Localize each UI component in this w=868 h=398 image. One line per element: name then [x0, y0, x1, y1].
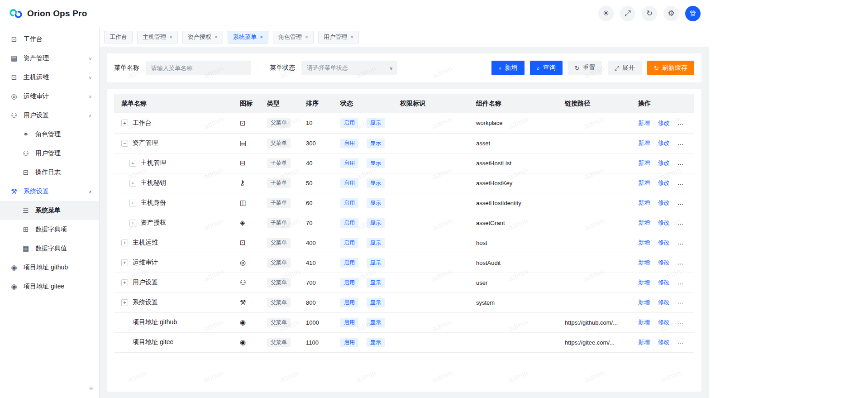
sidebar-item-icon: ◉ — [10, 264, 18, 272]
sidebar-item[interactable]: ▤ 资产管理 ∨ — [0, 49, 99, 68]
search-button[interactable]: ⌕ 查询 — [530, 61, 563, 75]
row-add-link[interactable]: 新增 — [638, 159, 650, 166]
header-icon[interactable]: ⚙ — [663, 6, 679, 21]
row-delete-link[interactable]: 删除 — [677, 179, 689, 186]
row-add-link[interactable]: 新增 — [638, 239, 650, 246]
row-edit-link[interactable]: 修改 — [658, 120, 670, 126]
component-name: assetGrant — [476, 220, 505, 226]
refresh-cache-button[interactable]: ↻ 刷新缓存 — [647, 61, 694, 75]
tab[interactable]: 主机管理 × — [137, 31, 178, 43]
header-icon-group: ☀ ⤢ ↻ ⚙ — [598, 6, 679, 21]
row-edit-link[interactable]: 修改 — [658, 199, 670, 206]
sidebar-item[interactable]: ⊟ 操作日志 — [0, 163, 99, 182]
row-add-link[interactable]: 新增 — [638, 179, 650, 186]
status-badge: 启用 — [340, 318, 358, 327]
row-edit-link[interactable]: 修改 — [658, 159, 670, 166]
sidebar-item[interactable]: ☰ 系统菜单 — [0, 201, 99, 220]
expand-button[interactable]: ⤢ 展开 — [608, 61, 642, 75]
row-add-link[interactable]: 新增 — [638, 299, 650, 306]
row-expander-icon[interactable]: + — [121, 240, 128, 246]
sidebar-item[interactable]: ⊡ 主机运维 ∨ — [0, 68, 99, 87]
row-add-link[interactable]: 新增 — [638, 319, 650, 326]
sidebar-item[interactable]: ⚒ 系统设置 ∧ — [0, 182, 99, 201]
row-edit-link[interactable]: 修改 — [658, 139, 670, 146]
row-expander-icon[interactable]: + — [121, 299, 128, 306]
row-delete-link[interactable]: 删除 — [677, 139, 689, 146]
sidebar-item[interactable]: ◎ 运维审计 ∨ — [0, 87, 99, 106]
chevron-icon: ∨ — [89, 56, 92, 61]
sidebar-item[interactable]: ▦ 数据字典值 — [0, 239, 99, 258]
row-edit-link[interactable]: 修改 — [658, 179, 670, 186]
reset-button[interactable]: ↻ 重置 — [568, 61, 602, 75]
row-delete-link[interactable]: 删除 — [677, 219, 689, 226]
filter-panel: 菜单名称 菜单状态 请选择菜单状态 ∨ + 新增 ⌕ — [107, 53, 701, 82]
avatar[interactable]: 管 — [685, 6, 701, 21]
row-expander-icon[interactable]: + — [121, 120, 128, 126]
row-delete-link[interactable]: 删除 — [677, 239, 689, 246]
table-body: + 工作台 ⊡ 父菜单 10 启用 显示 — [114, 113, 694, 352]
row-expander-icon[interactable]: + — [129, 200, 136, 206]
tab-close-icon[interactable]: × — [350, 34, 353, 40]
sidebar-item[interactable]: ⚇ 用户管理 — [0, 144, 99, 163]
row-delete-link[interactable]: 删除 — [677, 299, 689, 306]
row-add-link[interactable]: 新增 — [638, 279, 650, 286]
tab-close-icon[interactable]: × — [305, 34, 308, 40]
row-edit-link[interactable]: 修改 — [658, 339, 670, 345]
row-add-link[interactable]: 新增 — [638, 339, 650, 345]
sidebar-item[interactable]: ◉ 项目地址 gitee — [0, 277, 99, 296]
tab-close-icon[interactable]: × — [215, 34, 218, 40]
tab[interactable]: 用户管理 × — [318, 31, 359, 43]
row-delete-link[interactable]: 删除 — [677, 339, 689, 345]
row-expander-icon[interactable]: − — [121, 140, 128, 147]
tab-close-icon[interactable]: × — [169, 34, 172, 40]
row-expander-icon[interactable]: + — [129, 160, 136, 167]
menu-status-select[interactable]: 请选择菜单状态 ∨ — [301, 61, 397, 75]
row-delete-link[interactable]: 删除 — [677, 259, 689, 266]
component-name: assetHostKey — [476, 180, 512, 187]
tab[interactable]: 系统菜单 × — [228, 31, 268, 43]
row-delete-link[interactable]: 删除 — [677, 159, 689, 166]
sidebar-item[interactable]: ⚭ 角色管理 — [0, 125, 99, 144]
menu-type-badge: 父菜单 — [267, 298, 291, 307]
tab[interactable]: 资产授权 × — [182, 31, 223, 43]
menu-name-input[interactable] — [146, 61, 251, 75]
header-icon[interactable]: ☀ — [598, 6, 614, 21]
row-add-link[interactable]: 新增 — [638, 120, 650, 126]
row-delete-link[interactable]: 删除 — [677, 279, 689, 286]
row-edit-link[interactable]: 修改 — [658, 299, 670, 306]
tab-close-icon[interactable]: × — [260, 34, 263, 40]
row-add-link[interactable]: 新增 — [638, 139, 650, 146]
row-expander-icon[interactable]: + — [121, 259, 128, 266]
sidebar-item[interactable]: ⚇ 用户设置 ∧ — [0, 106, 99, 125]
logo-icon — [9, 7, 23, 20]
row-expander-icon[interactable]: + — [129, 220, 136, 226]
component-name: user — [476, 279, 487, 286]
row-edit-link[interactable]: 修改 — [658, 319, 670, 326]
menu-order: 300 — [306, 140, 316, 147]
row-expander-icon[interactable]: + — [121, 279, 128, 286]
header-icon[interactable]: ⤢ — [620, 6, 635, 21]
sidebar-item[interactable]: ⊞ 数据字典项 — [0, 220, 99, 239]
sidebar-item-icon: ▦ — [22, 245, 30, 253]
sidebar-item-icon: ◉ — [10, 283, 18, 291]
row-edit-link[interactable]: 修改 — [658, 239, 670, 246]
row-add-link[interactable]: 新增 — [638, 199, 650, 206]
chevron-icon: ∨ — [89, 94, 92, 99]
sidebar-item[interactable]: ⊡ 工作台 — [0, 30, 99, 49]
tab[interactable]: 角色管理 × — [273, 31, 314, 43]
add-button[interactable]: + 新增 — [491, 61, 525, 75]
row-add-link[interactable]: 新增 — [638, 259, 650, 266]
row-delete-link[interactable]: 删除 — [677, 319, 689, 326]
row-edit-link[interactable]: 修改 — [658, 259, 670, 266]
tab[interactable]: 工作台 × — [104, 31, 133, 43]
row-edit-link[interactable]: 修改 — [658, 279, 670, 286]
row-delete-link[interactable]: 删除 — [677, 199, 689, 206]
header-icon[interactable]: ↻ — [642, 6, 657, 21]
row-expander-icon[interactable]: + — [129, 180, 136, 187]
row-add-link[interactable]: 新增 — [638, 219, 650, 226]
row-edit-link[interactable]: 修改 — [658, 219, 670, 226]
component-name: workplace — [476, 120, 503, 126]
sidebar-collapse-icon[interactable]: ≡ — [89, 384, 93, 392]
sidebar-item[interactable]: ◉ 项目地址 github — [0, 258, 99, 277]
row-delete-link[interactable]: 删除 — [677, 120, 689, 126]
